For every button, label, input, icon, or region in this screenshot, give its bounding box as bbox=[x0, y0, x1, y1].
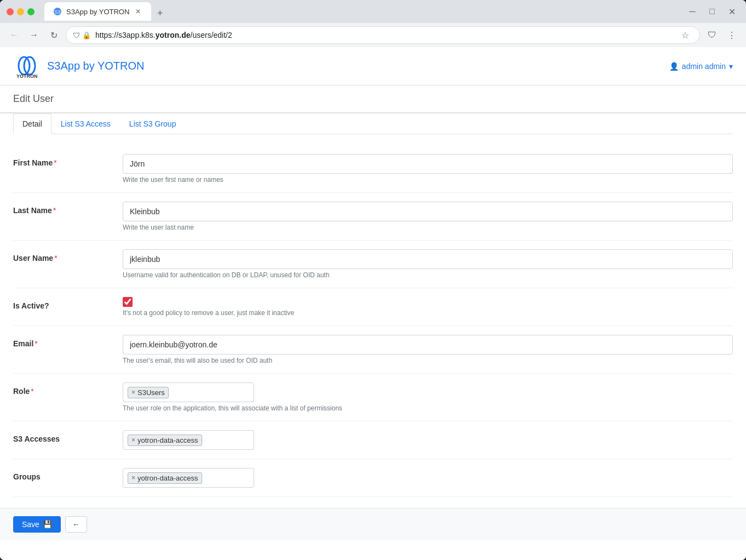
first-name-required: * bbox=[54, 158, 56, 167]
email-required: * bbox=[35, 339, 37, 348]
email-label: Email bbox=[13, 339, 33, 348]
url-suffix: /users/edit/2 bbox=[191, 31, 232, 39]
tab-list-s3-access[interactable]: List S3 Access bbox=[51, 113, 120, 134]
is-active-label-col: Is Active? bbox=[13, 297, 123, 310]
user-name-field-col: Username valid for authentication on DB … bbox=[123, 249, 733, 279]
is-active-checkbox[interactable] bbox=[123, 297, 133, 307]
role-section: Role* × S3Users The user role on the app… bbox=[13, 374, 733, 421]
groups-tag-label: yotron-data-access bbox=[137, 474, 198, 482]
user-name-required: * bbox=[54, 254, 57, 262]
first-name-label: First Name bbox=[13, 158, 53, 167]
tab-favicon: S3 bbox=[53, 7, 62, 16]
role-tag-remove[interactable]: × bbox=[131, 388, 135, 396]
url-prefix: https://s3app.k8s. bbox=[95, 31, 156, 39]
close-button[interactable]: ✕ bbox=[724, 4, 739, 19]
s3-accesses-section: S3 Accesses × yotron-data-access bbox=[13, 421, 733, 459]
is-active-checkbox-wrap bbox=[123, 297, 733, 307]
user-menu-label: admin admin bbox=[682, 62, 726, 71]
back-button[interactable]: ← bbox=[65, 516, 87, 533]
save-label: Save bbox=[22, 520, 39, 529]
app-header: YOTRON S3App by YOTRON 👤 admin admin ▾ bbox=[0, 47, 746, 85]
active-tab[interactable]: S3 S3App by YOTRON ✕ bbox=[44, 2, 151, 21]
browser-titlebar: S3 S3App by YOTRON ✕ + ─ □ ✕ bbox=[0, 0, 746, 23]
email-input[interactable] bbox=[123, 335, 733, 355]
first-name-section: First Name* Write the user first name or… bbox=[13, 145, 733, 193]
save-icon: 💾 bbox=[43, 520, 52, 529]
svg-text:YOTRON: YOTRON bbox=[16, 73, 38, 78]
role-tag-s3users: × S3Users bbox=[128, 387, 169, 398]
address-text: https://s3app.k8s.yotron.de/users/edit/2 bbox=[95, 31, 673, 39]
back-nav-button[interactable]: ← bbox=[7, 27, 22, 43]
shield-icon: 🛡 bbox=[73, 31, 80, 39]
groups-section: Groups × yotron-data-access bbox=[13, 459, 733, 497]
is-active-hint: It's not a good policy to remove a user,… bbox=[123, 309, 733, 317]
role-label-col: Role* bbox=[13, 382, 123, 396]
breadcrumb: Edit User bbox=[0, 85, 746, 113]
main-content: Detail List S3 Access List S3 Group Firs… bbox=[0, 113, 746, 553]
refresh-button[interactable]: ↻ bbox=[46, 27, 61, 43]
tab-navigation: Detail List S3 Access List S3 Group bbox=[13, 113, 733, 134]
first-name-hint: Write the user first name or names bbox=[123, 176, 733, 184]
minimize-button[interactable]: ─ bbox=[685, 4, 700, 19]
brand-logo: YOTRON bbox=[13, 54, 41, 78]
bookmark-button[interactable]: ☆ bbox=[678, 27, 693, 43]
minimize-window-button[interactable] bbox=[17, 8, 24, 15]
tab-bar: S3 S3App by YOTRON ✕ + bbox=[39, 2, 680, 21]
svg-text:S3: S3 bbox=[54, 9, 60, 15]
browser-window: S3 S3App by YOTRON ✕ + ─ □ ✕ ← → ↻ 🛡 🔒 h… bbox=[0, 0, 746, 560]
tab-close-button[interactable]: ✕ bbox=[134, 7, 142, 16]
groups-field-col: × yotron-data-access bbox=[123, 468, 733, 488]
tab-detail[interactable]: Detail bbox=[13, 113, 51, 134]
role-tag-input[interactable]: × S3Users bbox=[123, 382, 254, 402]
tab-title: S3App by YOTRON bbox=[66, 8, 129, 16]
address-bar[interactable]: 🛡 🔒 https://s3app.k8s.yotron.de/users/ed… bbox=[66, 26, 700, 44]
last-name-hint: Write the user last name bbox=[123, 224, 733, 231]
maximize-window-button[interactable] bbox=[27, 8, 35, 15]
last-name-input[interactable] bbox=[123, 202, 733, 221]
email-label-col: Email* bbox=[13, 335, 123, 348]
user-name-input[interactable] bbox=[123, 249, 733, 269]
user-name-hint: Username valid for authentication on DB … bbox=[123, 271, 733, 279]
groups-tag-remove[interactable]: × bbox=[131, 474, 135, 482]
menu-button[interactable]: ⋮ bbox=[724, 27, 739, 43]
user-name-section: User Name* Username valid for authentica… bbox=[13, 241, 733, 288]
is-active-label: Is Active? bbox=[13, 301, 49, 310]
role-required: * bbox=[31, 387, 33, 396]
s3-accesses-tag-label: yotron-data-access bbox=[137, 436, 198, 444]
form-footer: Save 💾 ← bbox=[0, 508, 746, 540]
page-content: YOTRON S3App by YOTRON 👤 admin admin ▾ E… bbox=[0, 47, 746, 560]
last-name-field-col: Write the user last name bbox=[123, 202, 733, 231]
new-tab-button[interactable]: + bbox=[152, 5, 168, 21]
close-window-button[interactable] bbox=[7, 8, 14, 15]
edit-user-form: First Name* Write the user first name or… bbox=[13, 145, 733, 540]
email-hint: The user's email, this will also be used… bbox=[123, 357, 733, 364]
last-name-section: Last Name* Write the user last name bbox=[13, 193, 733, 241]
browser-toolbar: ← → ↻ 🛡 🔒 https://s3app.k8s.yotron.de/us… bbox=[0, 23, 746, 47]
user-name-label: User Name bbox=[13, 254, 53, 262]
groups-tag-input[interactable]: × yotron-data-access bbox=[123, 468, 254, 488]
forward-nav-button[interactable]: → bbox=[26, 27, 42, 43]
shield-toolbar-button[interactable]: 🛡 bbox=[704, 27, 720, 43]
groups-tag-yotron: × yotron-data-access bbox=[128, 472, 202, 484]
brand-name: S3App by YOTRON bbox=[47, 60, 144, 72]
s3-accesses-field-col: × yotron-data-access bbox=[123, 430, 733, 450]
role-label: Role bbox=[13, 387, 30, 396]
s3-accesses-tag-yotron: × yotron-data-access bbox=[128, 435, 202, 446]
is-active-section: Is Active? It's not a good policy to rem… bbox=[13, 288, 733, 326]
app-brand: YOTRON S3App by YOTRON bbox=[13, 54, 144, 78]
restore-button[interactable]: □ bbox=[704, 4, 720, 19]
role-tag-label: S3Users bbox=[137, 388, 165, 397]
email-section: Email* The user's email, this will also … bbox=[13, 326, 733, 374]
user-menu[interactable]: 👤 admin admin ▾ bbox=[669, 62, 733, 71]
browser-controls bbox=[7, 8, 35, 15]
last-name-required: * bbox=[53, 206, 56, 215]
s3-accesses-tag-input[interactable]: × yotron-data-access bbox=[123, 430, 254, 450]
first-name-input[interactable] bbox=[123, 154, 733, 174]
security-icons: 🛡 🔒 bbox=[73, 31, 91, 39]
last-name-label-col: Last Name* bbox=[13, 202, 123, 215]
role-hint: The user role on the application, this w… bbox=[123, 404, 733, 412]
save-button[interactable]: Save 💾 bbox=[13, 516, 61, 533]
s3-accesses-tag-remove[interactable]: × bbox=[131, 436, 135, 444]
groups-label-col: Groups bbox=[13, 468, 123, 481]
tab-list-s3-group[interactable]: List S3 Group bbox=[120, 113, 186, 134]
